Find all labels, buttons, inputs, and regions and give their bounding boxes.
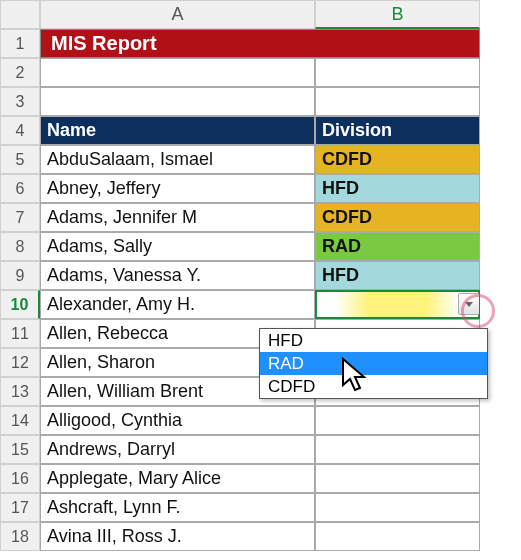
dropdown-option[interactable]: RAD: [260, 352, 487, 375]
cell-division[interactable]: HFD: [315, 174, 480, 203]
cell-name[interactable]: AbduSalaam, Ismael: [40, 145, 315, 174]
row-header-3[interactable]: 3: [0, 87, 40, 116]
cell-division[interactable]: [315, 435, 480, 464]
cell-name[interactable]: Alexander, Amy H.: [40, 290, 315, 319]
row-header-18[interactable]: 18: [0, 522, 40, 551]
row-header-8[interactable]: 8: [0, 232, 40, 261]
report-title: MIS Report: [40, 29, 480, 58]
cell-name[interactable]: Andrews, Darryl: [40, 435, 315, 464]
row-header-4[interactable]: 4: [0, 116, 40, 145]
row-header-9[interactable]: 9: [0, 261, 40, 290]
cell-division[interactable]: CDFD: [315, 145, 480, 174]
column-header-B[interactable]: B: [315, 0, 480, 29]
cell-division[interactable]: [315, 464, 480, 493]
cell-division[interactable]: [315, 493, 480, 522]
cell-name[interactable]: Abney, Jeffery: [40, 174, 315, 203]
row-header-6[interactable]: 6: [0, 174, 40, 203]
row-header-17[interactable]: 17: [0, 493, 40, 522]
row-header-5[interactable]: 5: [0, 145, 40, 174]
cell-name[interactable]: Adams, Vanessa Y.: [40, 261, 315, 290]
row-header-10[interactable]: 10: [0, 290, 40, 319]
row-header-11[interactable]: 11: [0, 319, 40, 348]
dropdown-option[interactable]: HFD: [260, 329, 487, 352]
column-header-A[interactable]: A: [40, 0, 315, 29]
row-header-14[interactable]: 14: [0, 406, 40, 435]
spreadsheet-grid[interactable]: A B 1 MIS Report 2 3 4 Name Division 5Ab…: [0, 0, 521, 551]
row-header-7[interactable]: 7: [0, 203, 40, 232]
cell-A2[interactable]: [40, 58, 315, 87]
active-cell[interactable]: [315, 290, 480, 319]
cell-name[interactable]: Applegate, Mary Alice: [40, 464, 315, 493]
cell-division[interactable]: RAD: [315, 232, 480, 261]
select-all-corner[interactable]: [0, 0, 40, 29]
cell-A3[interactable]: [40, 87, 315, 116]
dropdown-button[interactable]: [458, 293, 480, 315]
cell-name[interactable]: Adams, Sally: [40, 232, 315, 261]
row-header-16[interactable]: 16: [0, 464, 40, 493]
cell-division[interactable]: HFD: [315, 261, 480, 290]
cell-name[interactable]: Adams, Jennifer M: [40, 203, 315, 232]
cell-division[interactable]: [315, 406, 480, 435]
cell-division[interactable]: [315, 522, 480, 551]
cell-division[interactable]: CDFD: [315, 203, 480, 232]
row-header-1[interactable]: 1: [0, 29, 40, 58]
data-validation-dropdown[interactable]: HFDRADCDFD: [259, 328, 488, 399]
dropdown-option[interactable]: CDFD: [260, 375, 487, 398]
cell-name[interactable]: Alligood, Cynthia: [40, 406, 315, 435]
row-header-15[interactable]: 15: [0, 435, 40, 464]
header-name[interactable]: Name: [40, 116, 315, 145]
cell-name[interactable]: Ashcraft, Lynn F.: [40, 493, 315, 522]
cell-B3[interactable]: [315, 87, 480, 116]
row-header-13[interactable]: 13: [0, 377, 40, 406]
header-division[interactable]: Division: [315, 116, 480, 145]
row-header-2[interactable]: 2: [0, 58, 40, 87]
cell-name[interactable]: Avina III, Ross J.: [40, 522, 315, 551]
row-header-12[interactable]: 12: [0, 348, 40, 377]
cell-B2[interactable]: [315, 58, 480, 87]
